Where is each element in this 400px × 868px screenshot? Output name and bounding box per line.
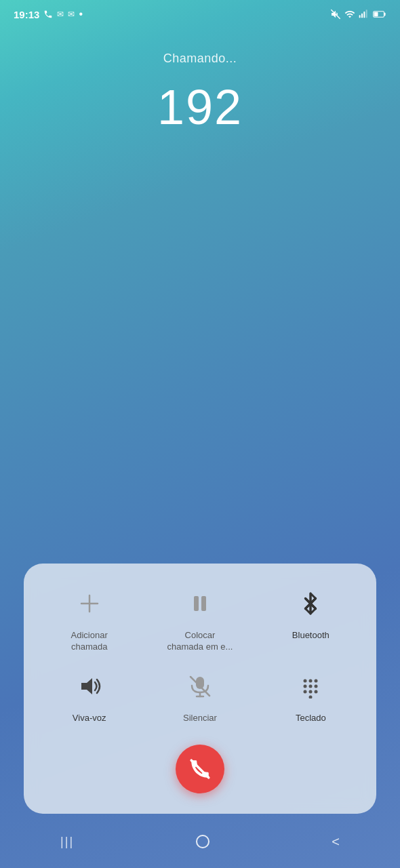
keypad-icon xyxy=(298,674,323,698)
mute-icon xyxy=(187,673,213,699)
plus-icon xyxy=(77,591,102,616)
svg-point-24 xyxy=(309,685,313,688)
svg-rect-10 xyxy=(194,596,199,611)
pause-icon xyxy=(188,591,212,616)
home-icon xyxy=(195,833,211,850)
hold-button[interactable]: Colocarchamada em e... xyxy=(148,584,252,653)
mute-label: Silenciar xyxy=(183,713,217,724)
svg-rect-3 xyxy=(363,12,365,18)
navigation-bar: ||| < xyxy=(0,821,400,868)
svg-point-20 xyxy=(304,679,307,683)
svg-rect-4 xyxy=(366,9,367,18)
keypad-icon-wrap xyxy=(291,667,330,706)
add-call-icon-wrap xyxy=(70,584,109,623)
svg-point-25 xyxy=(315,685,318,688)
home-button[interactable] xyxy=(181,827,224,856)
msg-icon-1: ✉ xyxy=(57,9,64,19)
end-call-wrap xyxy=(37,745,363,793)
status-right xyxy=(330,9,386,20)
hold-label: Colocarchamada em e... xyxy=(167,630,233,653)
speaker-label: Viva-voz xyxy=(73,713,106,724)
svg-point-26 xyxy=(304,690,307,694)
svg-point-22 xyxy=(315,679,318,683)
svg-rect-7 xyxy=(384,13,385,16)
signal-icon xyxy=(359,9,369,20)
keypad-label: Teclado xyxy=(296,713,326,724)
msg-icon-2: ✉ xyxy=(68,9,75,19)
svg-rect-2 xyxy=(361,14,363,18)
svg-point-27 xyxy=(309,690,313,694)
mute-icon-wrap xyxy=(180,667,220,706)
mute-button[interactable]: Silenciar xyxy=(148,667,252,724)
svg-point-21 xyxy=(309,679,313,683)
add-call-label: Adicionarchamada xyxy=(71,630,108,653)
speaker-icon xyxy=(76,673,103,700)
recent-apps-button[interactable]: ||| xyxy=(47,828,87,856)
phone-status-icon xyxy=(43,9,53,19)
svg-point-23 xyxy=(304,685,307,688)
status-bar: 19:13 ✉ ✉ • xyxy=(0,0,400,24)
mute-status-icon xyxy=(330,9,341,20)
svg-rect-11 xyxy=(201,596,206,611)
end-call-icon xyxy=(188,757,212,781)
battery-icon xyxy=(373,9,386,19)
speaker-button[interactable]: Viva-voz xyxy=(37,667,141,724)
svg-point-28 xyxy=(315,690,318,694)
bluetooth-button[interactable]: Bluetooth xyxy=(259,584,363,653)
dot-icon: • xyxy=(79,8,83,20)
status-left: 19:13 ✉ ✉ • xyxy=(14,8,83,20)
svg-rect-1 xyxy=(359,15,361,18)
call-number: 192 xyxy=(0,79,400,135)
bluetooth-icon xyxy=(298,591,323,616)
call-status-text: Chamando... xyxy=(0,52,400,66)
keypad-button[interactable]: Teclado xyxy=(259,667,363,724)
wifi-icon xyxy=(344,9,355,20)
action-grid: Adicionarchamada Colocarchamada em e... xyxy=(37,584,363,724)
call-actions-panel: Adicionarchamada Colocarchamada em e... xyxy=(24,564,376,814)
speaker-icon-wrap xyxy=(70,667,109,706)
svg-point-29 xyxy=(309,696,313,699)
add-call-button[interactable]: Adicionarchamada xyxy=(37,584,141,653)
bluetooth-label: Bluetooth xyxy=(292,630,329,642)
bluetooth-icon-wrap xyxy=(291,584,330,623)
end-call-button[interactable] xyxy=(176,745,224,793)
back-button[interactable]: < xyxy=(318,827,353,856)
svg-marker-15 xyxy=(81,678,92,694)
svg-rect-6 xyxy=(374,12,378,16)
svg-rect-31 xyxy=(197,835,209,848)
status-time: 19:13 xyxy=(14,9,39,20)
hold-icon-wrap xyxy=(180,584,220,623)
